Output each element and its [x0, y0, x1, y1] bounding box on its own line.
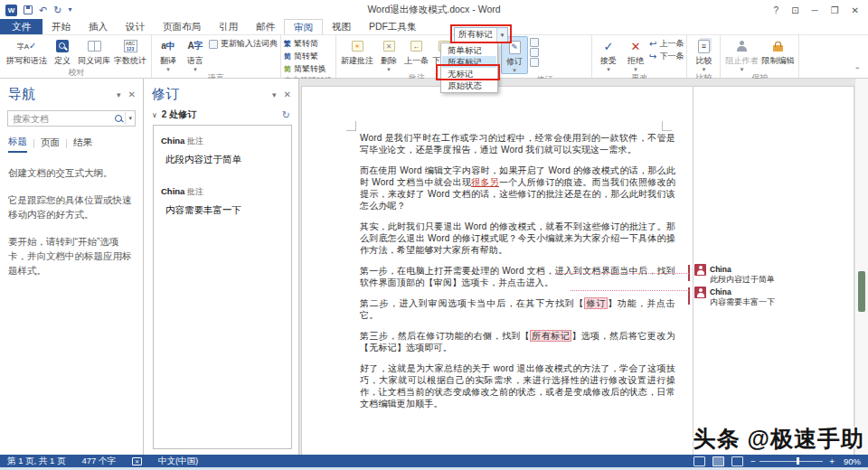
doc-paragraph[interactable]: 第二步，进入到审阅选项卡当中后，在其下方找到【修订】功能，并点击它。 — [360, 297, 675, 321]
group-changes: ✓ 接受▾ ✕ 拒绝▾ ↩ 上一条 ↪ 下一条 — [592, 35, 687, 78]
read-mode-icon[interactable] — [693, 456, 705, 466]
vertical-scrollbar[interactable] — [854, 79, 868, 455]
menu-item-no-markup[interactable]: 无标记 — [442, 68, 496, 80]
close-pane-icon[interactable]: ✕ — [284, 89, 291, 99]
reviewing-pane-icon[interactable] — [530, 58, 539, 67]
close-icon[interactable]: ✕ — [852, 5, 859, 15]
margin-comment[interactable]: China 内容需要丰富一下 — [694, 287, 848, 306]
show-markup-icon[interactable] — [530, 48, 539, 57]
restrict-editing-button[interactable]: 限制编辑 — [760, 36, 796, 67]
translate-button[interactable]: a中 翻译▾ — [155, 36, 182, 72]
tab-view[interactable]: 视图 — [323, 19, 360, 34]
tab-home[interactable]: 开始 — [42, 19, 80, 34]
margin-mark-left — [346, 121, 356, 131]
spelling-grammar-button[interactable]: 字A✓ 拼写和语法 — [5, 36, 49, 67]
doc-paragraph[interactable]: Word 是我们平时在工作或学习的过程中，经常会使用到的一款软件，不管是写毕业论… — [360, 132, 675, 155]
nav-hint-2: 它是跟踪您的具体位置或快速移动内容的好方式。 — [8, 193, 135, 221]
nav-tab-pages[interactable]: 页面 — [41, 135, 60, 152]
doc-paragraph[interactable]: 其实，此时我们只要退出 Word 的修改模式，就看不到这些修订的批注了。那么到底… — [360, 221, 675, 256]
zoom-slider-knob[interactable] — [797, 457, 799, 465]
thesaurus-button[interactable]: 同义词库 — [76, 36, 112, 67]
delete-comment-button[interactable]: ✕ 删除▾ — [375, 36, 402, 72]
simplified-to-traditional-button[interactable]: 简 简转繁 — [284, 51, 326, 62]
comment-author: China — [710, 265, 731, 274]
pane-options-icon[interactable]: ▾ — [272, 90, 277, 99]
search-icon[interactable] — [115, 115, 123, 123]
refresh-icon[interactable]: ↻ — [282, 109, 290, 121]
previous-change-icon: ↩ — [649, 39, 656, 49]
undo-icon[interactable]: ↶ — [39, 5, 47, 15]
zoom-slider[interactable] — [760, 461, 823, 462]
compare-button[interactable]: ≡ 比较▾ — [690, 36, 717, 72]
doc-paragraph[interactable]: 第三步，然后在修订功能的右侧，找到【所有标记】选项，然后将它更改为【无标记】选项… — [360, 330, 675, 353]
update-ime-dictionary-button[interactable]: 更新输入法词典 — [209, 38, 278, 50]
zoom-level[interactable]: 90% — [844, 456, 861, 466]
block-authors-button[interactable]: 阻止作者▾ — [723, 36, 760, 72]
zoom-in-icon[interactable]: ＋ — [827, 456, 836, 467]
group-proofing: 字A✓ 拼写和语法 定义 同义词库 ABC123 字数统计 校对 — [2, 35, 152, 78]
previous-comment-icon: ← — [410, 41, 422, 52]
web-layout-icon[interactable] — [731, 456, 743, 466]
menu-item-all-markup[interactable]: 所有标记 — [442, 56, 496, 68]
tab-review[interactable]: 审阅 — [284, 19, 323, 34]
redo-icon[interactable]: ↻ — [53, 5, 61, 15]
proofing-status-icon[interactable]: ✕ — [132, 457, 142, 465]
language-button[interactable]: A字 语言▾ — [182, 36, 209, 72]
print-layout-icon[interactable] — [712, 456, 724, 466]
word-app-icon[interactable]: W — [5, 5, 17, 16]
revision-entry[interactable]: China 批注 内容需要丰富一下 — [161, 186, 284, 217]
tab-pdf-tools[interactable]: PDF工具集 — [360, 19, 426, 34]
reject-button[interactable]: ✕ 拒绝▾ — [622, 36, 649, 72]
chevron-down-icon[interactable]: ▾ — [496, 28, 507, 42]
tracked-insertion: 很多另 — [471, 177, 499, 187]
menu-item-original[interactable]: 原始状态 — [442, 80, 496, 91]
tab-insert[interactable]: 插入 — [80, 19, 117, 34]
restore-icon[interactable]: ❐ — [831, 5, 839, 15]
delete-comment-icon: ✕ — [383, 41, 395, 52]
next-change-button[interactable]: ↪ 下一条 — [649, 51, 684, 62]
help-icon[interactable]: ? — [774, 5, 779, 15]
margin-comment[interactable]: China 此段内容过于简单 — [694, 264, 848, 284]
collapse-revisions-icon[interactable]: ∨ — [152, 111, 157, 119]
tab-references[interactable]: 引用 — [210, 19, 247, 34]
nav-tab-results[interactable]: 结果 — [73, 135, 92, 152]
group-compare: ≡ 比较▾ 比较 — [687, 35, 721, 78]
language-indicator[interactable]: 中文(中国) — [158, 456, 198, 467]
previous-change-button[interactable]: ↩ 上一条 — [649, 38, 684, 50]
word-count-indicator[interactable]: 477 个字 — [81, 456, 116, 467]
search-input[interactable] — [8, 114, 115, 124]
word-count-button[interactable]: ABC123 字数统计 — [112, 36, 148, 67]
convert-button[interactable]: 简 简繁转换 — [284, 63, 326, 75]
collapse-ribbon-icon[interactable]: ⌃ — [854, 66, 861, 75]
language-icon: A字 — [187, 38, 203, 54]
tab-design[interactable]: 设计 — [117, 19, 154, 34]
traditional-to-simplified-button[interactable]: 繁 繁转简 — [284, 38, 326, 50]
define-button[interactable]: 定义 — [49, 36, 76, 67]
navigation-tabs: 标题 页面 结果 — [0, 132, 143, 153]
doc-paragraph[interactable]: 而在使用 Word 编辑文字内容时，如果开启了 Word 的修改模式的话，那么此… — [360, 164, 675, 212]
search-options-icon[interactable]: ▾ — [125, 112, 135, 125]
tab-page-layout[interactable]: 页面布局 — [154, 19, 210, 34]
menu-item-simple-markup[interactable]: 简单标记 — [442, 44, 496, 56]
display-for-review-icon[interactable] — [530, 38, 539, 47]
minimize-icon[interactable]: ─ — [812, 5, 818, 15]
revision-entry[interactable]: China 批注 此段内容过于简单 — [161, 136, 284, 166]
previous-comment-button[interactable]: ← 上一条 — [402, 36, 430, 67]
display-for-review-value: 所有标记 — [455, 29, 496, 41]
doc-paragraph[interactable]: 好了，这就是为大家总结的关于 word 退出修改模式的方法了，学会了这项技巧，大… — [360, 362, 675, 409]
tab-mailings[interactable]: 邮件 — [247, 19, 284, 34]
nav-tab-headings[interactable]: 标题 — [8, 134, 27, 153]
pane-options-icon[interactable]: ▾ — [117, 90, 121, 99]
new-comment-button[interactable]: ✶ 新建批注 — [339, 36, 375, 67]
page-indicator[interactable]: 第 1 页, 共 1 页 — [7, 456, 65, 467]
ribbon-options-icon[interactable]: ⊡ — [791, 5, 798, 15]
customize-qat-icon[interactable]: ▾ — [68, 5, 71, 15]
scrollbar-thumb[interactable] — [858, 271, 865, 312]
close-pane-icon[interactable]: ✕ — [128, 89, 136, 99]
tab-file[interactable]: 文件 — [0, 19, 42, 34]
save-icon[interactable] — [24, 5, 33, 14]
accept-button[interactable]: ✓ 接受▾ — [595, 36, 622, 72]
doc-paragraph[interactable]: 第一步，在电脑上打开需要处理的 Word 文档，进入到文档界面当中后，找到软件界… — [360, 265, 675, 288]
zoom-out-icon[interactable]: − — [750, 456, 756, 466]
display-for-review-dropdown[interactable]: 所有标记 ▾ — [454, 27, 508, 42]
